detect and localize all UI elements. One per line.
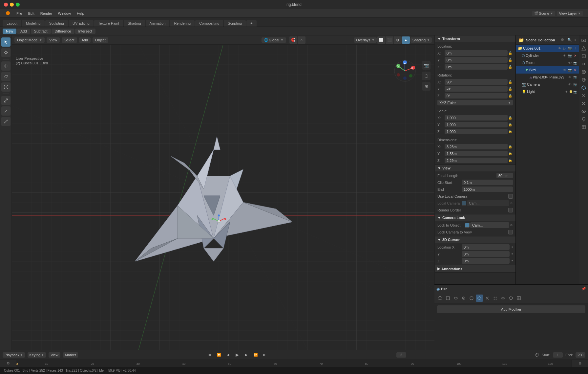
lock-camera-to-view-checkbox[interactable] xyxy=(508,230,513,234)
dim-z-field[interactable]: 2.29m xyxy=(445,158,508,163)
prop-icon-view-layer[interactable] xyxy=(452,295,459,302)
scene-item-tsuru-render[interactable]: 📷 xyxy=(573,61,578,65)
dim-z-lock-icon[interactable]: 🔒 xyxy=(508,159,513,162)
perspective-ortho-gizmo[interactable]: ⬡ xyxy=(422,72,430,80)
scene-item-cubes001-render[interactable]: 📷 xyxy=(568,47,572,50)
select-tool[interactable] xyxy=(1,37,10,47)
timeline-zoom-icon[interactable]: ⊕ xyxy=(578,361,581,365)
scene-item-tsuru[interactable]: ⬡ Tsuru 👁 📷 xyxy=(516,59,579,66)
viewport-canvas[interactable]: User Perspective (2) Cubes.001 | Bird X … xyxy=(12,45,434,350)
add-button[interactable]: Add xyxy=(17,29,30,34)
tab-sculpting[interactable]: Sculpting xyxy=(45,20,68,27)
scene-item-cylinder[interactable]: ⬡ Cylinder 👁 📷 ✕ xyxy=(516,52,579,59)
prop-icon-scene[interactable] xyxy=(460,295,467,302)
end-frame-input[interactable]: 250 xyxy=(576,352,585,358)
marker-menu[interactable]: Marker xyxy=(63,352,78,358)
scene-item-light-render[interactable]: 📷 xyxy=(573,90,578,94)
scene-item-cubes001[interactable]: 📁 Cubes.001 👁 ▷ 📷 ⋮ xyxy=(516,45,579,52)
tab-rendering[interactable]: Rendering xyxy=(170,20,195,27)
prop-icon-modifier[interactable] xyxy=(484,295,491,302)
clip-end-field[interactable]: 1000m xyxy=(462,187,513,192)
play-btn[interactable]: ▶ xyxy=(234,352,241,358)
viewport[interactable]: Object Mode ▼ View Select Add Object 🌐 G… xyxy=(12,35,434,350)
scene-item-tsuru-visible[interactable]: 👁 xyxy=(568,61,572,65)
solid-shading[interactable]: ⬛ xyxy=(386,36,393,44)
jump-start-btn[interactable]: ⏮ xyxy=(206,352,213,358)
dim-y-lock-icon[interactable]: 🔒 xyxy=(508,152,513,155)
view-section-header[interactable]: ▼ View xyxy=(435,165,515,171)
cursor-z-field[interactable]: 0m xyxy=(462,258,510,264)
material-shading[interactable]: ◑ xyxy=(394,36,402,44)
prop-icon-physics[interactable] xyxy=(499,295,507,302)
render-shading[interactable]: ● xyxy=(402,36,410,44)
rs-scene-data-icon[interactable] xyxy=(580,68,587,76)
current-frame-input[interactable]: 2 xyxy=(396,352,406,358)
scene-selector[interactable]: 🎬 Scene ▼ xyxy=(532,11,555,16)
rot-z-lock-icon[interactable]: 🔒 xyxy=(508,94,513,98)
properties-pin-icon[interactable]: 📌 xyxy=(581,287,586,291)
prop-icon-world[interactable] xyxy=(468,295,475,302)
scale-x-lock-icon[interactable]: 🔒 xyxy=(508,116,513,120)
shading-dropdown[interactable]: Shading ▼ xyxy=(410,37,432,43)
menu-render[interactable]: Render xyxy=(38,11,55,16)
local-view-gizmo[interactable]: ⊞ xyxy=(422,82,430,91)
scene-item-light-visible[interactable]: 👁 xyxy=(564,90,569,94)
cursor-y-field[interactable]: 0m xyxy=(462,251,510,257)
tab-layout[interactable]: Layout xyxy=(3,20,21,27)
loc-z-lock-icon[interactable]: 🔒 xyxy=(508,65,513,69)
move-tool[interactable] xyxy=(1,61,10,71)
prop-icon-output[interactable] xyxy=(444,295,452,302)
camera-lock-section-header[interactable]: ▼ Camera Lock xyxy=(435,214,515,221)
menu-file[interactable]: File xyxy=(14,11,25,16)
loc-x-lock-icon[interactable]: 🔒 xyxy=(508,51,513,55)
rs-constraints-icon[interactable] xyxy=(580,116,587,123)
menu-help[interactable]: Help xyxy=(74,11,87,16)
local-camera-clear[interactable]: ✕ xyxy=(510,201,513,205)
loc-x-field[interactable]: 0m xyxy=(445,50,508,56)
transform-section-header[interactable]: ▼ Transform xyxy=(435,35,515,42)
view-layer-selector[interactable]: View Layer ▼ xyxy=(557,11,583,16)
measure-tool[interactable] xyxy=(1,117,10,126)
tab-animation[interactable]: Animation xyxy=(146,20,170,27)
close-button[interactable] xyxy=(4,3,8,7)
clip-start-field[interactable]: 0.1m xyxy=(462,180,513,185)
tab-add[interactable]: + xyxy=(246,20,256,27)
use-local-camera-checkbox[interactable] xyxy=(508,194,513,199)
render-border-checkbox[interactable] xyxy=(508,208,513,212)
menu-window[interactable]: Window xyxy=(55,11,74,16)
dim-y-field[interactable]: 1.53m xyxy=(445,151,508,156)
keying-menu[interactable]: Keying ▼ xyxy=(28,352,46,358)
rot-x-lock-icon[interactable]: 🔒 xyxy=(508,80,513,84)
viewport-add-menu[interactable]: Add xyxy=(79,37,91,43)
menu-edit[interactable]: Edit xyxy=(26,11,37,16)
dim-x-lock-icon[interactable]: 🔒 xyxy=(508,145,513,148)
rs-view-icon[interactable] xyxy=(580,60,587,68)
scene-item-plane034-render[interactable]: 📷 xyxy=(573,76,578,79)
euler-dropdown[interactable]: XYZ Euler ▼ xyxy=(437,100,513,105)
new-button[interactable]: New xyxy=(3,29,16,34)
frame-ruler[interactable]: 2 10 20 30 40 50 60 70 80 90 100 110 120… xyxy=(0,360,588,367)
scene-filter-icon[interactable]: ⚙ xyxy=(561,38,564,42)
scale-z-lock-icon[interactable]: 🔒 xyxy=(508,130,513,133)
scene-item-light[interactable]: 💡 Light 👁 📷 xyxy=(516,88,579,95)
scene-item-cubes001-visible[interactable]: 👁 xyxy=(557,47,562,50)
lock-to-object-field[interactable]: Cam... xyxy=(470,222,509,228)
menu-blender[interactable] xyxy=(3,10,13,17)
proportional-btn[interactable]: ○ xyxy=(298,36,305,44)
scene-item-bird-visible[interactable]: 👁 xyxy=(562,68,567,72)
lock-to-object-clear[interactable]: ✕ xyxy=(510,223,513,227)
add-modifier-button[interactable]: Add Modifier xyxy=(437,305,585,313)
tab-shading[interactable]: Shading xyxy=(124,20,145,27)
scale-y-field[interactable]: 1.000 xyxy=(445,122,508,127)
prop-icon-render[interactable] xyxy=(436,295,444,302)
tab-texture-paint[interactable]: Texture Paint xyxy=(94,20,123,27)
viewport-select-menu[interactable]: Select xyxy=(62,37,77,43)
scene-search-icon[interactable]: 🔍 xyxy=(567,38,572,42)
scene-item-plane034[interactable]: △ Plane.034_Plane.029 👁 📷 xyxy=(516,74,579,81)
dim-x-field[interactable]: 3.23m xyxy=(445,144,508,149)
tab-scripting[interactable]: Scripting xyxy=(224,20,246,27)
rs-particles-icon[interactable] xyxy=(580,100,587,107)
prev-keyframe-btn[interactable]: ⏪ xyxy=(216,352,222,358)
cursor-x-field[interactable]: 0m xyxy=(462,244,510,250)
scene-item-bird-render[interactable]: 📷 xyxy=(568,68,572,72)
